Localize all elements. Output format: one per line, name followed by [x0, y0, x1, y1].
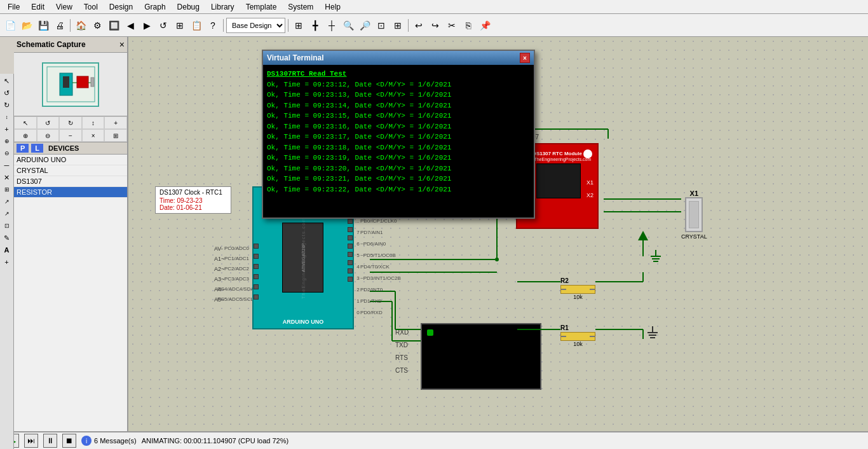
toolbar-chip[interactable]: 🔲 [106, 18, 121, 33]
toolbar-config[interactable]: ⚙ [90, 18, 105, 33]
sidebar-zoom-out-icon[interactable]: ⊖ [1, 148, 13, 159]
schematic-canvas[interactable]: Virtual Terminal × DS1307RTC Read Test O… [128, 37, 868, 431]
crystal-sublabel: CRYSTAL [681, 233, 707, 240]
sidebar-delete-icon[interactable]: ✕ [1, 172, 13, 183]
toolbar-open[interactable]: 📂 [19, 18, 34, 33]
devices-section: P L DEVICES ARDUINO UNO CRYSTAL DS1307 R… [14, 142, 127, 431]
vt-line-9: Ok, Time = 09:23:21, Date <D/M/Y> = 1/6/… [267, 174, 530, 184]
vt-content[interactable]: DS1307RTC Read Test Ok, Time = 09:23:12,… [263, 65, 534, 218]
toolbar-fit[interactable]: ⊡ [374, 18, 389, 33]
toolbar-refresh[interactable]: ↺ [156, 18, 171, 33]
sidebar-zoom-in-icon[interactable]: ⊕ [1, 135, 13, 147]
sidebar-arrow1-icon[interactable]: ↗ [1, 196, 13, 207]
menu-system[interactable]: System [283, 1, 318, 13]
toolbar-copy[interactable]: ⎘ [461, 18, 476, 33]
arduino-pin-dots-left [254, 244, 259, 300]
menu-design[interactable]: Design [104, 1, 138, 13]
sidebar-line-icon[interactable]: ─ [1, 160, 13, 171]
sidebar-arrow2-icon[interactable]: ↗ [1, 208, 13, 219]
toolbar-back[interactable]: ◀ [123, 18, 138, 33]
toolbar-new[interactable]: 📄 [3, 18, 18, 33]
devices-tab-p[interactable]: P [17, 144, 29, 153]
arduino-label: ARDUINO UNO [283, 319, 324, 325]
tool-grid2[interactable]: ⊞ [104, 129, 127, 142]
toolbar-clip[interactable]: 📋 [189, 18, 204, 33]
sidebar-undo-icon[interactable]: ↺ [1, 87, 13, 99]
design-dropdown[interactable]: Base Design [226, 18, 285, 33]
step-button[interactable]: ⏭ [24, 434, 38, 448]
toolbar-grid[interactable]: ⊞ [172, 18, 187, 33]
r2-body [560, 285, 595, 294]
statusbar: ▶ ⏭ ⏸ ⏹ i 6 Message(s) ANIMATING: 00:00:… [0, 431, 868, 449]
info-icon: i [81, 436, 92, 446]
toolbar-wire[interactable]: ╋ [308, 18, 323, 33]
toolbar-q[interactable]: ? [205, 18, 220, 33]
device-crystal[interactable]: CRYSTAL [14, 165, 127, 176]
r1-body [560, 332, 595, 341]
left-panel: Schematic Capture × [14, 37, 128, 431]
toolbar-bus[interactable]: ┼ [324, 18, 339, 33]
sidebar-move-icon[interactable]: ↕ [1, 111, 13, 123]
virtual-terminal-window[interactable]: Virtual Terminal × DS1307RTC Read Test O… [262, 50, 535, 219]
toolbar-redo[interactable]: ↪ [428, 18, 443, 33]
menu-debug[interactable]: Debug [172, 1, 205, 13]
tool-zoom-m[interactable]: ⊖ [37, 129, 60, 142]
menu-view[interactable]: View [51, 1, 78, 13]
menu-tool[interactable]: Tool [79, 1, 103, 13]
devices-tab-l[interactable]: L [31, 144, 43, 153]
menu-library[interactable]: Library [206, 1, 240, 13]
toolbar-zoom-out[interactable]: 🔎 [357, 18, 372, 33]
ds1307-date: Date: 01-06-21 [159, 204, 227, 211]
toolbar-save[interactable]: 💾 [36, 18, 51, 33]
menu-graph[interactable]: Graph [139, 1, 170, 13]
tool-cross[interactable]: × [82, 129, 105, 142]
sidebar-pen-icon[interactable]: ✎ [1, 232, 13, 244]
tool-mirror[interactable]: ↕ [82, 116, 105, 129]
device-arduino-uno[interactable]: ARDUINO UNO [14, 155, 127, 165]
vt-close-button[interactable]: × [520, 53, 530, 63]
ground-symbol-1 [646, 326, 659, 349]
device-resistor[interactable]: RESISTOR [14, 187, 127, 198]
tool-minus[interactable]: − [59, 129, 82, 142]
menu-edit[interactable]: Edit [26, 1, 50, 13]
tool-zoom-p[interactable]: ⊕ [14, 129, 37, 142]
sidebar-target-icon[interactable]: ⊡ [1, 220, 13, 231]
sidebar-plus2-icon[interactable]: + [1, 256, 13, 268]
tool-rotate-ccw[interactable]: ↺ [37, 116, 60, 129]
vt-line-6: Ok, Time = 09:23:18, Date <D/M/Y> = 1/6/… [267, 142, 530, 153]
toolbar-zoom-in[interactable]: 🔍 [341, 18, 356, 33]
sidebar-box-icon[interactable]: ⊞ [1, 184, 13, 195]
rtc-x2-label: X2 [587, 192, 593, 198]
stop-button[interactable]: ⏹ [62, 434, 76, 448]
arduino-watermark-text: TheEngineeringProjects.com [301, 217, 306, 299]
toolbar-home[interactable]: 🏠 [73, 18, 88, 33]
menu-template[interactable]: Template [241, 1, 282, 13]
tool-rotate-cw[interactable]: ↻ [59, 116, 82, 129]
sidebar-select-icon[interactable]: ↖ [1, 75, 13, 86]
serial-terminal: RXD TXD RTS CTS [421, 323, 541, 390]
sidebar-add-icon[interactable]: + [1, 123, 13, 135]
tool-select[interactable]: ↖ [14, 116, 37, 129]
toolbar-undo[interactable]: ↩ [411, 18, 426, 33]
toolbar-paste[interactable]: 📌 [477, 18, 492, 33]
sidebar-icons: ↖ ↺ ↻ ↕ + ⊕ ⊖ ─ ✕ ⊞ ↗ ↗ ⊡ ✎ A + [0, 74, 14, 449]
toolbar-cut[interactable]: ✂ [444, 18, 459, 33]
sidebar-redo-icon[interactable]: ↻ [1, 99, 13, 111]
crystal-label: X1 [681, 190, 707, 197]
sidebar-text-icon[interactable]: A [1, 244, 13, 256]
menu-help[interactable]: Help [320, 1, 346, 13]
toolbar-zoom-box[interactable]: ⊞ [390, 18, 405, 33]
status-text: ANIMATING: 00:00:11.104907 (CPU load 72%… [142, 437, 289, 445]
panel-header: Schematic Capture × [14, 37, 127, 53]
serial-pin-labels: RXD TXD RTS CTS [395, 326, 409, 377]
toolbar-fwd[interactable]: ▶ [139, 18, 154, 33]
pause-button[interactable]: ⏸ [43, 434, 57, 448]
r1-value: 10k [560, 341, 595, 347]
toolbar-snap[interactable]: ⊞ [291, 18, 306, 33]
device-ds1307[interactable]: DS1307 [14, 176, 127, 187]
toolbar-print[interactable]: 🖨 [52, 18, 67, 33]
tool-plus[interactable]: + [104, 116, 127, 129]
panel-close-btn[interactable]: × [119, 39, 125, 50]
vt-titlebar[interactable]: Virtual Terminal × [263, 51, 534, 65]
menu-file[interactable]: File [3, 1, 25, 13]
